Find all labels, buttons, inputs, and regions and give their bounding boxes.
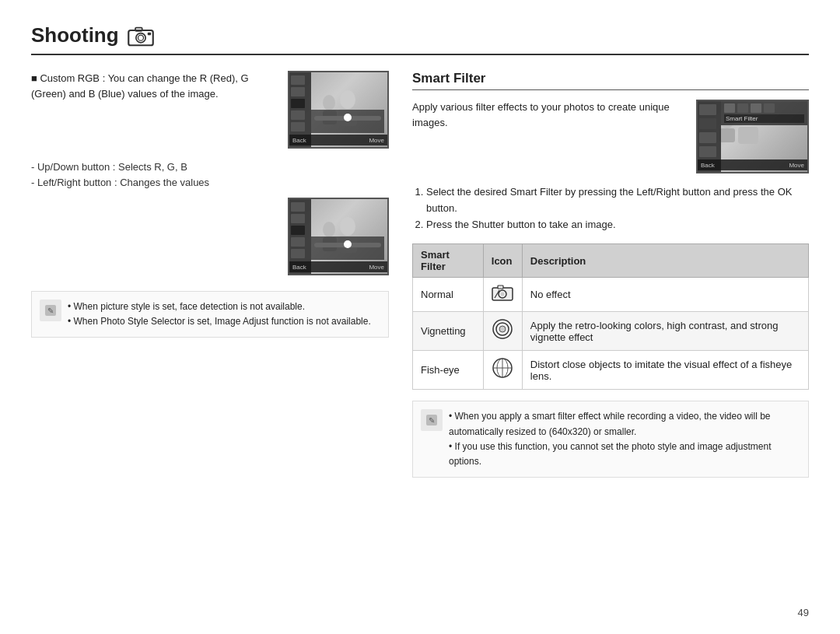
svg-rect-4 xyxy=(147,32,150,35)
table-header-filter: Smart Filter xyxy=(413,244,484,278)
sf-icon-3 xyxy=(751,103,761,113)
intro-text: Apply various filter effects to your pho… xyxy=(412,100,688,173)
camera-icon xyxy=(127,25,155,47)
sf-top-menu: Smart Filter xyxy=(721,101,807,125)
sf-menu-1 xyxy=(699,104,716,115)
vignetting-filter-icon xyxy=(492,318,513,344)
description-vignetting: Apply the retro-looking colors, high con… xyxy=(522,312,808,351)
bottom-bar-1: Back Move xyxy=(289,135,387,145)
icon-cell-normal xyxy=(483,278,522,312)
sf-screenshot: Smart Filter Back Move xyxy=(696,100,809,173)
page-title: Shooting xyxy=(31,23,809,55)
back-label-2: Back xyxy=(292,264,306,271)
smart-filter-intro: Apply various filter effects to your pho… xyxy=(412,100,809,173)
fisheye-icon-svg xyxy=(492,357,513,379)
slider-bar-2 xyxy=(314,243,381,247)
pencil-icon-right: ✎ xyxy=(424,412,439,428)
svg-rect-22 xyxy=(498,285,503,289)
svg-rect-16 xyxy=(738,127,758,144)
icon-cell-vignetting xyxy=(483,312,522,351)
svg-point-2 xyxy=(138,35,143,40)
note-icon-right: ✎ xyxy=(421,409,443,431)
sf-bottom-bar: Back Move xyxy=(698,159,807,170)
svg-point-9 xyxy=(340,217,355,236)
fisheye-filter-icon xyxy=(492,357,513,383)
note-box-right: ✎ • When you apply a smart filter effect… xyxy=(412,401,809,478)
normal-filter-icon xyxy=(492,284,513,305)
filter-name-vignetting: Vignetting xyxy=(413,312,484,351)
svg-point-7 xyxy=(323,95,335,110)
note-text-left: • When picture style is set, face detect… xyxy=(68,299,371,329)
page-number: 49 xyxy=(798,607,809,618)
camera-screen-1: Back Move xyxy=(288,71,389,149)
slider-area-1 xyxy=(311,110,384,133)
custom-rgb-section: ■ Custom RGB : You can change the R (Red… xyxy=(31,71,389,275)
vignetting-icon-svg xyxy=(492,318,513,340)
steps-section: Select the desired Smart Filter by press… xyxy=(412,184,809,233)
sf-icon-2 xyxy=(737,103,748,113)
left-column: ■ Custom RGB : You can change the R (Red… xyxy=(31,71,389,478)
table-header-icon: Icon xyxy=(483,244,522,278)
sf-icon-1 xyxy=(724,103,735,113)
right-column: Smart Filter Apply various filter effect… xyxy=(412,71,809,478)
menu-item-2 xyxy=(291,87,305,96)
icon-cell-fisheye xyxy=(483,351,522,390)
menu-item-2-5 xyxy=(291,249,305,258)
menu-item-2-2 xyxy=(291,214,305,223)
svg-point-26 xyxy=(499,326,506,332)
description-normal: No effect xyxy=(522,278,808,312)
table-row-fisheye: Fish-eye Distort close objects to imitat… xyxy=(413,351,809,390)
camera-screen-2: Back Move xyxy=(288,198,389,275)
sf-menu-3 xyxy=(699,132,716,143)
sf-menu-4 xyxy=(699,146,716,157)
bottom-note-1: When you apply a smart filter effect whi… xyxy=(449,411,771,436)
svg-rect-3 xyxy=(135,27,142,30)
step-1: Select the desired Smart Filter by press… xyxy=(426,184,809,217)
bottom-note-2: If you use this function, you cannot set… xyxy=(449,441,771,467)
table-header-description: Description xyxy=(522,244,808,278)
move-label-1: Move xyxy=(369,137,384,144)
section-title: Smart Filter xyxy=(412,71,809,90)
slider-bar-1 xyxy=(314,116,381,121)
menu-item-5 xyxy=(291,122,305,131)
sf-back: Back xyxy=(701,162,715,169)
svg-text:✎: ✎ xyxy=(47,306,54,315)
svg-text:✎: ✎ xyxy=(429,416,435,425)
sf-menu-2 xyxy=(699,118,716,129)
svg-point-5 xyxy=(340,90,355,109)
note-text-right: • When you apply a smart filter effect w… xyxy=(449,409,800,469)
filter-table: Smart Filter Icon Description Normal xyxy=(412,243,809,390)
up-down-text: - Up/Down button : Selects R, G, B - Lef… xyxy=(31,159,389,190)
pencil-icon: ✎ xyxy=(43,303,58,318)
menu-item-2-4 xyxy=(291,237,305,247)
step-2: Press the Shutter button to take an imag… xyxy=(426,217,809,233)
svg-rect-18 xyxy=(719,128,735,142)
table-row-normal: Normal No ef xyxy=(413,278,809,312)
title-text: Shooting xyxy=(31,23,119,47)
sf-filter-label: Smart Filter xyxy=(724,114,804,123)
note-item-1: When picture style is set, face detectio… xyxy=(74,301,306,312)
menu-item-2-1 xyxy=(291,202,305,212)
svg-point-21 xyxy=(501,292,505,296)
filter-name-normal: Normal xyxy=(413,278,484,312)
move-label-2: Move xyxy=(369,264,384,271)
normal-icon-svg xyxy=(492,284,513,301)
description-fisheye: Distort close objects to imitate the vis… xyxy=(522,351,808,390)
note-item-2: When Photo Style Selector is set, Image … xyxy=(74,316,371,327)
svg-point-11 xyxy=(323,222,335,237)
menu-item-4 xyxy=(291,110,305,120)
custom-rgb-text: ■ Custom RGB : You can change the R (Red… xyxy=(31,71,278,101)
slider-area-2 xyxy=(311,236,384,260)
menu-item-2-3 xyxy=(291,226,305,235)
note-box-left: ✎ • When picture style is set, face dete… xyxy=(31,291,389,338)
bottom-bar-2: Back Move xyxy=(289,261,387,272)
menu-item-3 xyxy=(291,99,305,108)
note-icon-left: ✎ xyxy=(40,299,61,321)
sf-icon-4 xyxy=(764,103,775,113)
back-label-1: Back xyxy=(292,137,306,144)
sf-move: Move xyxy=(789,162,804,169)
menu-item-1 xyxy=(291,75,305,85)
svg-point-1 xyxy=(136,33,145,42)
filter-name-fisheye: Fish-eye xyxy=(413,351,484,390)
table-row-vignetting: Vignetting Apply the retro-looking color… xyxy=(413,312,809,351)
